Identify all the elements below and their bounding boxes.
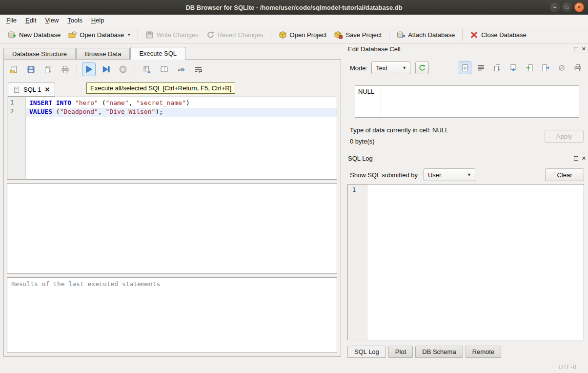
write-changes-button[interactable]: Write Changes <box>142 28 203 41</box>
word-wrap-button[interactable] <box>191 62 205 76</box>
new-database-button[interactable]: New Database <box>4 28 64 41</box>
print-icon <box>61 65 69 74</box>
statusbar: UTF-8 <box>0 360 588 373</box>
cell-print-button[interactable] <box>571 62 584 74</box>
chevron-down-icon: ▼ <box>464 172 475 177</box>
cell-icon-group <box>459 62 584 74</box>
encoding-indicator[interactable]: UTF-8 <box>558 363 576 371</box>
execute-current-line-button[interactable] <box>99 62 113 76</box>
tab-database-structure[interactable]: Database Structure <box>3 48 76 60</box>
sql-log-content[interactable] <box>367 185 584 340</box>
toolbar-separator <box>138 29 138 41</box>
cell-copy-button[interactable] <box>491 62 504 74</box>
tab-remote[interactable]: Remote <box>466 346 502 358</box>
menu-tools[interactable]: Tools <box>63 15 86 25</box>
save-project-label: Save Project <box>345 31 382 39</box>
menu-file[interactable]: File <box>2 15 21 25</box>
sql-log-title: SQL Log <box>348 155 373 162</box>
set-null-button[interactable] <box>555 62 568 74</box>
toolbar-separator <box>271 29 271 41</box>
stop-execution-button[interactable] <box>116 62 130 76</box>
open-database-icon <box>68 31 77 39</box>
close-database-button[interactable]: Close Database <box>466 28 530 41</box>
code-line-2[interactable]: VALUES ("Deadpond", "Dive Wilson"); <box>26 108 337 117</box>
results-grid[interactable] <box>7 183 337 274</box>
execute-all-button[interactable] <box>82 62 96 76</box>
save-sql-file-button[interactable] <box>24 62 38 76</box>
find-replace-button[interactable]: ab <box>174 62 188 76</box>
cell-save-as-button[interactable] <box>507 62 520 74</box>
window-controls: – □ ✕ <box>550 2 584 12</box>
tab-execute-sql[interactable]: Execute SQL <box>130 47 185 60</box>
sql-editor-lines[interactable]: INSERT INTO "hero" ("name", "secret_name… <box>26 97 337 179</box>
save-project-button[interactable]: Save Project <box>330 28 385 41</box>
new-database-icon <box>8 31 16 39</box>
results-placeholder: Results of the last executed statements <box>11 280 160 288</box>
export-table-button[interactable] <box>140 62 154 76</box>
float-panel-icon[interactable] <box>574 47 578 51</box>
revert-changes-button[interactable]: Revert Changes <box>203 28 267 41</box>
close-panel-icon[interactable]: ✕ <box>582 46 586 52</box>
dock-tab-bar: SQL Log Plot DB Schema Remote <box>347 346 501 358</box>
line-number: 2 <box>7 108 25 117</box>
tab-sql-log[interactable]: SQL Log <box>347 346 386 358</box>
sql-code-editor[interactable]: 12 INSERT INTO "hero" ("name", "secret_n… <box>7 97 337 180</box>
menu-view[interactable]: View <box>41 15 63 25</box>
minimize-button[interactable]: – <box>550 2 560 12</box>
cell-editor-divider <box>381 86 381 117</box>
cell-word-wrap-button[interactable] <box>475 62 487 74</box>
mode-value: Text <box>376 64 387 72</box>
tab-browse-data[interactable]: Browse Data <box>76 48 130 60</box>
cell-value-text: NULL <box>358 88 374 95</box>
open-database-dropdown-arrow-icon[interactable]: ▾ <box>128 32 130 37</box>
svg-text:ab: ab <box>178 66 183 72</box>
close-button[interactable]: ✕ <box>574 2 584 12</box>
open-database-button[interactable]: Open Database ▾ <box>64 28 134 41</box>
execute-all-icon <box>84 65 93 74</box>
clear-log-button[interactable]: Clear <box>545 168 584 181</box>
cell-size-text: 0 byte(s) <box>350 138 375 145</box>
open-project-icon <box>279 31 287 39</box>
cell-export-button[interactable] <box>539 62 552 74</box>
menubar: FileEditViewToolsHelp <box>0 15 588 26</box>
menu-edit[interactable]: Edit <box>21 15 41 25</box>
menu-help[interactable]: Help <box>87 15 109 25</box>
revert-changes-label: Revert Changes <box>218 31 264 39</box>
open-sql-file-button[interactable] <box>7 62 20 76</box>
code-line-1[interactable]: INSERT INTO "hero" ("name", "secret_name… <box>26 99 337 108</box>
toolbar-separator <box>389 29 389 41</box>
maximize-button[interactable]: □ <box>562 2 572 12</box>
titlebar[interactable]: DB Browser for SQLite - /home/user/code/… <box>0 0 588 15</box>
cell-word-wrap-icon <box>477 64 485 72</box>
sql-tab[interactable]: SQL 1 ✕ <box>8 83 55 97</box>
cell-import-button[interactable] <box>523 62 536 74</box>
tab-db-schema[interactable]: DB Schema <box>415 346 463 358</box>
close-panel-icon[interactable]: ✕ <box>582 156 586 161</box>
edit-cell-toolbar: Mode: Text ▼ <box>350 61 584 75</box>
results-message-pane[interactable]: Results of the last executed statements <box>7 277 337 353</box>
sql-document-icon <box>13 86 20 93</box>
set-null-icon <box>558 64 566 72</box>
log-line-number: 1 <box>348 186 367 193</box>
toolbar-separator <box>462 29 463 41</box>
print-button[interactable] <box>58 62 72 76</box>
open-project-button[interactable]: Open Project <box>275 28 331 41</box>
attach-database-button[interactable]: Attach Database <box>393 28 459 41</box>
save-sql-as-button[interactable] <box>41 62 55 76</box>
auto-switch-mode-button[interactable] <box>415 62 429 74</box>
log-filter-combobox[interactable]: User ▼ <box>424 168 475 181</box>
cell-value-editor[interactable]: NULL <box>355 85 579 118</box>
edit-cell-header: Edit Database Cell ✕ <box>348 45 586 54</box>
tab-plot[interactable]: Plot <box>388 346 413 358</box>
mode-combobox[interactable]: Text ▼ <box>371 62 410 74</box>
close-database-label: Close Database <box>481 31 527 39</box>
sql-log-view[interactable]: 1 <box>347 184 584 340</box>
sql-log-header: SQL Log ✕ <box>348 155 586 164</box>
apply-button[interactable]: Apply <box>545 130 584 143</box>
reference-book-button[interactable] <box>157 62 171 76</box>
float-panel-icon[interactable] <box>574 156 578 161</box>
sql-tab-close-icon[interactable]: ✕ <box>44 86 50 93</box>
execute-current-line-icon <box>101 65 110 74</box>
open-sql-file-icon <box>10 65 18 74</box>
text-mode-button[interactable] <box>459 62 471 74</box>
